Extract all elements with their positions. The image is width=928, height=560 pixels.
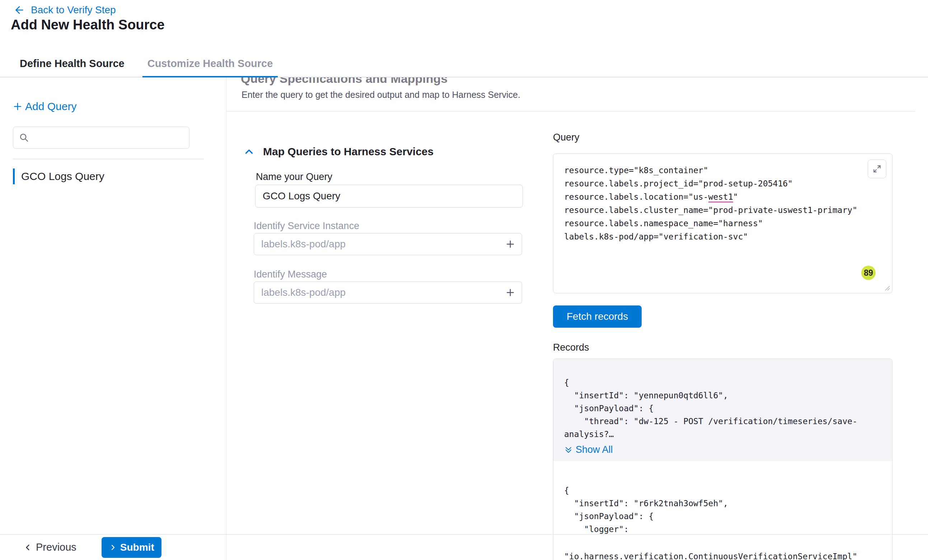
fetch-records-button[interactable]: Fetch records <box>553 306 642 328</box>
previous-button[interactable]: Previous <box>23 541 76 553</box>
query-item-label: GCO Logs Query <box>21 170 104 183</box>
previous-label: Previous <box>36 541 76 553</box>
sidebar-divider <box>13 159 204 159</box>
expand-query-button[interactable] <box>868 160 886 178</box>
identify-message-add-button[interactable] <box>499 282 522 303</box>
record-item: { "insertId": "yennepun0qtd6ll6", "jsonP… <box>553 359 892 461</box>
chevron-left-icon <box>23 543 32 552</box>
show-all-label: Show All <box>575 444 613 455</box>
add-query-label: Add Query <box>25 100 76 113</box>
plus-icon <box>12 101 23 112</box>
record-json: { "insertId": "r6rk2tnah3owf5eh", "jsonP… <box>564 484 881 536</box>
service-instance-add-button[interactable] <box>499 233 522 255</box>
add-query-button[interactable]: Add Query <box>12 100 76 113</box>
map-queries-collapse-header: Map Queries to Harness Services <box>243 146 433 158</box>
service-instance-input[interactable] <box>254 233 499 255</box>
query-textarea-content[interactable]: resource.type="k8s_container" resource.l… <box>553 154 892 293</box>
search-input[interactable] <box>34 127 189 148</box>
search-icon <box>19 132 29 143</box>
records-label: Records <box>553 342 589 353</box>
name-your-query-label: Name your Query <box>256 171 332 183</box>
tab-define-health-source[interactable]: Define Health Source <box>20 50 125 77</box>
map-queries-title: Map Queries to Harness Services <box>263 146 433 158</box>
identify-message-field <box>254 282 522 304</box>
submit-button[interactable]: Submit <box>102 537 162 558</box>
back-arrow-icon <box>14 4 25 16</box>
query-list-item[interactable]: GCO Logs Query <box>13 166 104 187</box>
health-source-tabbar: Define Health Source Customize Health So… <box>0 50 928 78</box>
identify-message-label: Identify Message <box>254 269 327 280</box>
resize-handle-icon[interactable] <box>885 285 890 291</box>
page-header: Back to Verify Step Add New Health Sourc… <box>0 0 928 50</box>
section-heading: Query Specifications and Mappings <box>241 78 447 86</box>
service-instance-field <box>254 233 522 255</box>
query-label: Query <box>553 132 580 143</box>
main-panel: Query Specifications and Mappings Enter … <box>226 78 928 560</box>
selected-query-marker <box>13 169 15 184</box>
chevron-up-icon[interactable] <box>243 146 255 158</box>
expand-icon <box>872 164 882 173</box>
query-count-badge: 89 <box>861 266 876 280</box>
submit-label: Submit <box>120 542 154 553</box>
identify-service-instance-label: Identify Service Instance <box>254 221 359 231</box>
identify-message-input[interactable] <box>254 282 499 303</box>
double-chevron-down-icon <box>564 446 573 454</box>
page-title: Add New Health Source <box>11 17 165 33</box>
section-divider <box>226 111 915 111</box>
query-name-input[interactable] <box>255 185 523 208</box>
chevron-right-icon <box>109 543 118 552</box>
section-subheading: Enter the query to get the desired outpu… <box>241 90 520 100</box>
plus-icon <box>505 239 516 250</box>
back-link-label: Back to Verify Step <box>31 4 116 16</box>
record-json: { "insertId": "yennepun0qtd6ll6", "jsonP… <box>564 376 881 441</box>
show-all-link[interactable]: Show All <box>564 444 613 455</box>
query-search-box <box>13 126 189 149</box>
query-sidebar: Add Query GCO Logs Query <box>0 78 226 560</box>
tab-customize-health-source[interactable]: Customize Health Source <box>148 50 273 77</box>
records-panel: { "insertId": "yennepun0qtd6ll6", "jsonP… <box>553 359 893 560</box>
wizard-footer: Previous Submit <box>0 534 928 560</box>
query-editor: resource.type="k8s_container" resource.l… <box>553 154 893 293</box>
plus-icon <box>505 287 516 298</box>
back-to-verify-step-link[interactable]: Back to Verify Step <box>14 4 116 16</box>
